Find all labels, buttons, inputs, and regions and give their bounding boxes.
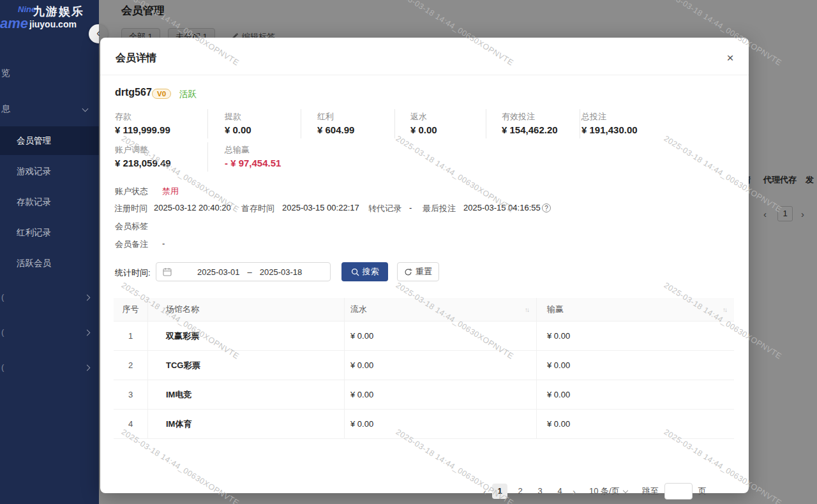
stat-total-bet-label: 总投注 xyxy=(581,111,606,122)
modal-title: 会员详情 xyxy=(116,52,156,65)
question-circle-icon[interactable]: ? xyxy=(542,204,551,212)
reset-button[interactable]: 重置 xyxy=(397,262,439,281)
sidebar: Nine 九游娱乐 ame jiuyou.com 览 息 会员管理 游戏记录 存… xyxy=(0,0,99,504)
account-status-value: 禁用 xyxy=(162,186,179,197)
table-row[interactable]: 2 TCG彩票 ¥ 0.00 ¥ 0.00 xyxy=(114,351,734,380)
last-bet-value: 2025-03-15 04:16:55 xyxy=(463,203,541,212)
chevron-down-icon xyxy=(622,487,627,493)
table-row[interactable]: 4 IM体育 ¥ 0.00 ¥ 0.00 xyxy=(114,410,734,439)
sidebar-item-deposit-records[interactable]: 存款记录 xyxy=(0,188,99,216)
page-4[interactable]: 4 xyxy=(553,484,567,499)
chevron-right-icon xyxy=(84,295,91,301)
stat-divider xyxy=(486,109,486,138)
page-3[interactable]: 3 xyxy=(533,484,547,499)
table-header-row: 序号 场馆名称 流水 ↑↓ 输赢 ↑↓ xyxy=(114,298,734,322)
username: drtg567 xyxy=(115,87,152,98)
stat-bonus-value: ¥ 604.99 xyxy=(317,124,354,135)
stat-divider xyxy=(301,109,301,138)
jump-page-input[interactable] xyxy=(664,483,693,500)
date-end[interactable]: 2025-03-18 xyxy=(260,267,303,277)
account-status-label: 账户状态 xyxy=(115,186,148,197)
reset-icon xyxy=(404,268,412,276)
stat-divider xyxy=(394,109,395,138)
member-remark-value: - xyxy=(162,239,165,248)
member-detail-modal: 会员详情 × drtg567 V0 活跃 存款 ¥ 119,999.99 提款 … xyxy=(100,38,749,493)
first-deposit-value: 2025-03-15 00:22:17 xyxy=(282,203,359,212)
calendar-icon xyxy=(163,267,172,276)
status-tag: 活跃 xyxy=(179,89,197,100)
stat-adjustment-label: 账户调整 xyxy=(115,144,148,156)
member-tags-label: 会员标签 xyxy=(115,221,148,232)
logo-text-en2: ame xyxy=(0,15,28,32)
stat-bonus-label: 红利 xyxy=(317,111,334,122)
level-badge: V0 xyxy=(152,89,171,99)
date-separator: – xyxy=(248,267,252,277)
table-row[interactable]: 1 双赢彩票 ¥ 0.00 ¥ 0.00 xyxy=(114,322,734,351)
date-start[interactable]: 2025-03-01 xyxy=(197,267,240,277)
modal-header-divider xyxy=(100,75,749,75)
stat-withdraw-value: ¥ 0.00 xyxy=(225,124,251,135)
sidebar-item-bonus-records[interactable]: 红利记录 xyxy=(0,218,99,247)
first-deposit-label: 首存时间 xyxy=(241,203,274,214)
close-icon[interactable]: × xyxy=(723,50,738,66)
stat-winloss-value: - ¥ 97,454.51 xyxy=(225,158,281,168)
search-icon xyxy=(351,268,359,276)
table-row[interactable]: 3 IM电竞 ¥ 0.00 ¥ 0.00 xyxy=(114,380,734,410)
chevron-down-icon xyxy=(82,106,89,112)
search-button[interactable]: 搜索 xyxy=(341,262,388,281)
register-time-value: 2025-03-12 20:40:20 xyxy=(154,203,231,212)
page-size-select[interactable]: 10 条/页 xyxy=(589,485,627,497)
header-winloss: 输赢 ↑↓ xyxy=(536,298,734,321)
header-venue: 场馆名称 xyxy=(147,298,344,321)
sort-icon[interactable]: ↑↓ xyxy=(525,306,528,313)
agent-transfer-value: - xyxy=(409,203,412,212)
sidebar-item-member-management[interactable]: 会员管理 xyxy=(0,126,99,155)
stat-deposit-value: ¥ 119,999.99 xyxy=(115,124,170,135)
stat-divider xyxy=(207,109,208,138)
header-turnover: 流水 ↑↓ xyxy=(344,298,536,321)
page-2[interactable]: 2 xyxy=(513,484,527,499)
header-no: 序号 xyxy=(114,304,147,315)
sidebar-item-game-records[interactable]: 游戏记录 xyxy=(0,157,99,186)
page-unit-label: 页 xyxy=(698,485,707,497)
table-pagination: ‹ 1 2 3 4 › 10 条/页 跳至 页 xyxy=(483,483,707,500)
venue-stats-table: 序号 场馆名称 流水 ↑↓ 输赢 ↑↓ 1 双赢彩票 ¥ 0.00 ¥ 0.00… xyxy=(114,298,734,439)
logo-text-cn: 九游娱乐 xyxy=(33,4,84,19)
stat-valid-bet-label: 有效投注 xyxy=(502,111,535,122)
stat-divider xyxy=(580,109,580,138)
chevron-right-icon xyxy=(84,330,91,336)
stat-withdraw-label: 提款 xyxy=(225,111,241,122)
stat-rebate-value: ¥ 0.00 xyxy=(410,124,437,135)
page-1[interactable]: 1 xyxy=(492,484,507,499)
logo-domain: jiuyou.com xyxy=(29,19,77,29)
sidebar-item-partial-top[interactable]: 览 xyxy=(1,68,10,79)
last-bet-label: 最后投注 xyxy=(423,203,456,214)
prev-page-icon[interactable]: ‹ xyxy=(483,486,486,497)
sort-icon[interactable]: ↑↓ xyxy=(723,306,726,313)
stat-rebate-label: 返水 xyxy=(410,111,427,122)
stat-time-label: 统计时间: xyxy=(115,267,151,279)
agent-transfer-label: 转代记录 xyxy=(368,203,401,214)
stat-deposit-label: 存款 xyxy=(115,111,131,122)
member-remark-label: 会员备注 xyxy=(115,239,148,250)
stat-total-bet-value: ¥ 191,430.00 xyxy=(581,124,638,135)
date-range-picker[interactable]: 2025-03-01 – 2025-03-18 xyxy=(156,262,331,281)
chevron-right-icon xyxy=(84,365,91,371)
stat-adjustment-value: ¥ 218,059.49 xyxy=(115,158,171,168)
stat-divider xyxy=(207,142,208,172)
sidebar-item-active-members[interactable]: 活跃会员 xyxy=(0,249,99,278)
next-page-icon[interactable]: › xyxy=(573,486,576,497)
stat-valid-bet-value: ¥ 154,462.20 xyxy=(502,124,558,135)
register-time-label: 注册时间 xyxy=(114,203,147,214)
jump-to-label: 跳至 xyxy=(642,485,659,497)
stat-winloss-label: 总输赢 xyxy=(225,144,250,156)
